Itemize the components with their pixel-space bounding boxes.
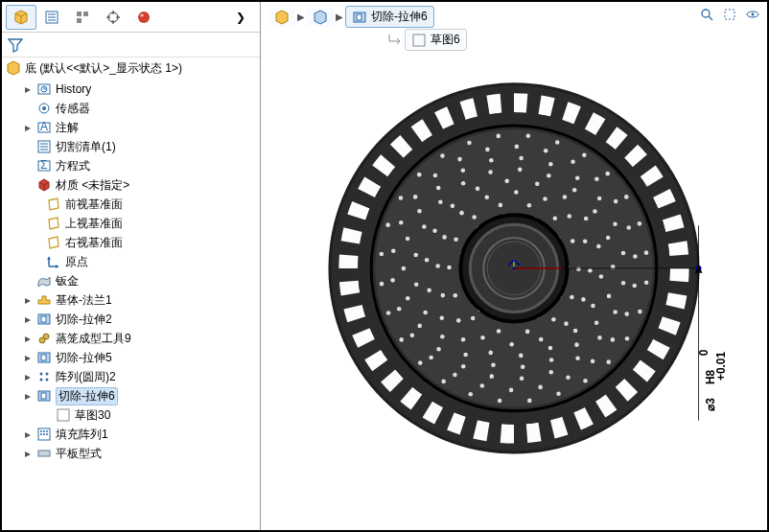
svg-point-53 xyxy=(399,196,404,200)
svg-point-35 xyxy=(46,433,48,435)
expand-toggle[interactable]: ▸ xyxy=(23,449,33,458)
svg-point-34 xyxy=(43,433,45,435)
svg-point-73 xyxy=(468,392,473,397)
svg-point-176 xyxy=(583,239,588,243)
cut-icon xyxy=(36,350,52,365)
funnel-icon[interactable] xyxy=(8,37,23,53)
tree-label: 基体-法兰1 xyxy=(56,292,112,309)
svg-point-185 xyxy=(447,266,452,270)
sphere-icon xyxy=(136,10,151,25)
viewport[interactable]: ▶ ▶ 切除-拉伸6 草图6 ⌀3 H8 +0.01 0 xyxy=(261,2,767,530)
tree-item-baseflange[interactable]: ▸基体-法兰1 xyxy=(2,290,260,310)
tab-dimxpert[interactable] xyxy=(98,5,128,30)
svg-point-98 xyxy=(538,385,543,390)
formtool-icon xyxy=(36,331,52,346)
svg-point-144 xyxy=(549,358,554,362)
tree-item-formtool[interactable]: ▸蒸笼成型工具9 xyxy=(2,329,260,348)
tree-item-annotation[interactable]: ▸A注解 xyxy=(2,118,260,137)
svg-point-75 xyxy=(418,360,423,365)
svg-point-157 xyxy=(563,195,568,199)
tree-label: 右视基准面 xyxy=(65,235,123,251)
tree-item-right-plane[interactable]: 右视基准面 xyxy=(2,233,260,252)
svg-point-124 xyxy=(490,374,495,379)
tree-item-cut6[interactable]: ▸切除-拉伸6 xyxy=(2,386,260,405)
tab-feature-tree[interactable] xyxy=(6,5,36,30)
annotation-icon: A xyxy=(36,120,52,135)
svg-point-188 xyxy=(499,203,503,208)
material-icon xyxy=(36,177,52,193)
svg-point-106 xyxy=(402,266,407,271)
tree-item-history[interactable]: ▸History xyxy=(2,80,260,99)
tree-label: 材质 <未指定> xyxy=(56,177,129,194)
svg-point-112 xyxy=(519,156,524,161)
tree-item-fillpattern[interactable]: ▸填充阵列1 xyxy=(2,425,260,444)
flatpattern-icon xyxy=(36,446,52,461)
tabs-overflow[interactable]: ❯ xyxy=(225,5,256,30)
svg-point-101 xyxy=(453,373,457,378)
tree-item-cut2[interactable]: ▸切除-拉伸2 xyxy=(2,310,260,329)
tab-property[interactable] xyxy=(36,5,67,30)
tree-item-sketch30[interactable]: 草图30 xyxy=(2,405,260,425)
expand-toggle[interactable]: ▸ xyxy=(23,123,33,132)
sensor-icon xyxy=(36,101,52,116)
tab-appearance[interactable] xyxy=(128,5,159,30)
tree-item-material[interactable]: 材质 <未指定> xyxy=(2,175,260,195)
svg-point-19 xyxy=(43,334,49,339)
svg-point-81 xyxy=(399,220,404,225)
tree-item-front-plane[interactable]: 前视基准面 xyxy=(2,195,260,214)
svg-point-108 xyxy=(417,209,422,214)
svg-point-161 xyxy=(591,304,595,309)
tree-item-cut5[interactable]: ▸切除-拉伸5 xyxy=(2,348,260,367)
plane-icon xyxy=(46,235,61,250)
equation-icon: Σ xyxy=(36,158,52,173)
svg-point-52 xyxy=(385,222,390,227)
tree-item-sheetmetal[interactable]: 钣金 xyxy=(2,271,260,290)
expand-toggle[interactable]: ▸ xyxy=(23,84,33,94)
expand-toggle xyxy=(33,199,42,209)
baseflange-icon xyxy=(36,292,52,308)
svg-point-116 xyxy=(613,222,618,227)
svg-point-68 xyxy=(606,359,611,364)
svg-point-51 xyxy=(380,252,384,257)
expand-toggle xyxy=(33,257,42,266)
expand-toggle[interactable]: ▸ xyxy=(23,353,33,362)
svg-point-170 xyxy=(442,235,447,240)
tree-label: History xyxy=(56,82,91,96)
svg-text:Σ: Σ xyxy=(40,158,47,172)
svg-point-156 xyxy=(535,182,540,187)
svg-point-183 xyxy=(471,316,476,321)
expand-toggle[interactable]: ▸ xyxy=(23,334,33,343)
tree-item-equation[interactable]: Σ方程式 xyxy=(2,156,260,175)
svg-point-122 xyxy=(548,370,553,375)
expand-toggle[interactable]: ▸ xyxy=(23,314,33,324)
expand-toggle[interactable]: ▸ xyxy=(23,391,33,401)
tree-item-sensor[interactable]: 传感器 xyxy=(2,99,260,118)
svg-point-120 xyxy=(597,335,602,340)
svg-point-96 xyxy=(591,359,595,364)
tree-item-origin[interactable]: 原点 xyxy=(2,252,260,271)
svg-point-115 xyxy=(597,197,602,201)
tree-item-top-plane[interactable]: 上视基准面 xyxy=(2,214,260,233)
svg-point-182 xyxy=(497,329,501,334)
svg-point-91 xyxy=(626,225,631,230)
expand-toggle[interactable]: ▸ xyxy=(23,295,33,305)
tree-item-flatpattern[interactable]: ▸平板型式 xyxy=(2,444,260,463)
svg-point-102 xyxy=(429,356,433,360)
svg-point-32 xyxy=(46,430,48,432)
svg-point-85 xyxy=(485,148,490,152)
tree-label: 草图30 xyxy=(75,407,110,424)
tree-item-pattern2[interactable]: ▸阵列(圆周)2 xyxy=(2,367,260,386)
expand-toggle[interactable]: ▸ xyxy=(23,429,33,439)
tree-label: 钣金 xyxy=(56,273,79,289)
svg-point-6 xyxy=(140,13,144,16)
svg-point-61 xyxy=(605,172,610,176)
tab-config[interactable] xyxy=(67,5,98,30)
part-root[interactable]: 底 (默认<<默认>_显示状态 1>) xyxy=(2,58,260,79)
svg-point-130 xyxy=(413,253,418,258)
svg-point-107 xyxy=(406,237,410,242)
tree-item-cutlist[interactable]: 切割清单(1) xyxy=(2,137,260,156)
svg-point-117 xyxy=(621,251,626,256)
cut-icon xyxy=(36,312,52,327)
svg-point-160 xyxy=(599,274,604,279)
expand-toggle[interactable]: ▸ xyxy=(23,372,33,382)
